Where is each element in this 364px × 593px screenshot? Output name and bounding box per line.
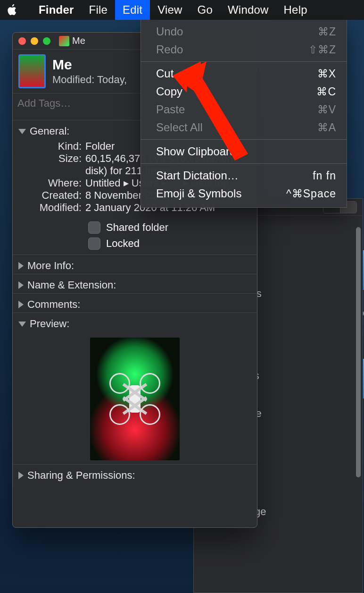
- modified-label: Modified:: [18, 202, 85, 214]
- menubar-item-edit[interactable]: Edit: [115, 0, 150, 20]
- menubar-item-go[interactable]: Go: [190, 0, 220, 20]
- menu-item-redo: Redo⇧⌘Z: [141, 41, 347, 59]
- edit-menu-dropdown: Undo⌘Z Redo⇧⌘Z Cut⌘X Copy⌘C Paste⌘V Sele…: [141, 20, 347, 208]
- menubar-item-help[interactable]: Help: [276, 0, 315, 20]
- section-preview-label: Preview:: [30, 318, 69, 330]
- minimize-button[interactable]: [31, 37, 38, 45]
- section-more-info[interactable]: More Info:: [13, 254, 257, 274]
- menubar-app-name[interactable]: Finder: [31, 0, 82, 20]
- shared-folder-checkbox[interactable]: [88, 221, 100, 234]
- menu-separator: [141, 139, 347, 140]
- menu-item-paste: Paste⌘V: [141, 101, 347, 119]
- disclosure-triangle-right-icon: [18, 262, 24, 270]
- section-sharing-permissions[interactable]: Sharing & Permissions:: [13, 464, 257, 483]
- section-comments[interactable]: Comments:: [13, 293, 257, 313]
- apple-logo-icon[interactable]: [7, 4, 19, 16]
- created-label: Created:: [18, 189, 85, 202]
- preview-image: [90, 338, 180, 460]
- menu-separator: [141, 61, 347, 62]
- section-general-label: General:: [30, 125, 69, 137]
- menu-item-show-clipboard[interactable]: Show Clipboard: [141, 143, 347, 161]
- section-preview[interactable]: Preview:: [13, 313, 257, 332]
- traffic-lights: [18, 37, 50, 45]
- kind-label: Kind:: [18, 140, 85, 152]
- where-label: Where:: [18, 177, 85, 189]
- menubar-item-file[interactable]: File: [82, 0, 115, 20]
- menu-item-select-all: Select All⌘A: [141, 119, 347, 136]
- section-comments-label: Comments:: [27, 298, 80, 311]
- folder-thumbnail[interactable]: [18, 54, 46, 88]
- locked-label: Locked: [106, 237, 140, 250]
- menu-item-emoji-symbols[interactable]: Emoji & Symbols^⌘Space: [141, 185, 347, 203]
- sidebar-scrollbar[interactable]: [356, 227, 361, 477]
- general-checkboxes: Shared folder Locked: [13, 215, 257, 254]
- menubar-item-view[interactable]: View: [150, 0, 190, 20]
- zoom-button[interactable]: [43, 37, 50, 45]
- disclosure-triangle-down-icon: [18, 322, 26, 327]
- menu-item-copy[interactable]: Copy⌘C: [141, 83, 347, 101]
- section-sharing-permissions-label: Sharing & Permissions:: [27, 469, 135, 482]
- menubar: Finder File Edit View Go Window Help: [0, 0, 364, 20]
- titlebar-proxy-icon: [59, 36, 69, 46]
- size-label: Size:: [18, 152, 85, 177]
- disclosure-triangle-right-icon: [18, 301, 24, 308]
- menu-item-start-dictation[interactable]: Start Dictation…fn fn: [141, 167, 347, 185]
- menu-item-undo: Undo⌘Z: [141, 23, 347, 41]
- item-name: Me: [52, 57, 127, 73]
- item-modified-summary: Modified: Today,: [52, 74, 127, 86]
- disclosure-triangle-right-icon: [18, 281, 24, 289]
- menu-separator: [141, 163, 347, 164]
- close-button[interactable]: [18, 37, 26, 45]
- disclosure-triangle-down-icon: [18, 129, 26, 134]
- window-title: Me: [72, 35, 85, 46]
- menubar-item-window[interactable]: Window: [220, 0, 276, 20]
- menu-item-cut[interactable]: Cut⌘X: [141, 65, 347, 83]
- section-name-extension[interactable]: Name & Extension:: [13, 274, 257, 293]
- section-more-info-label: More Info:: [27, 260, 74, 272]
- shared-folder-label: Shared folder: [106, 221, 168, 234]
- section-name-extension-label: Name & Extension:: [27, 279, 116, 291]
- locked-checkbox[interactable]: [88, 237, 100, 250]
- disclosure-triangle-right-icon: [18, 472, 24, 479]
